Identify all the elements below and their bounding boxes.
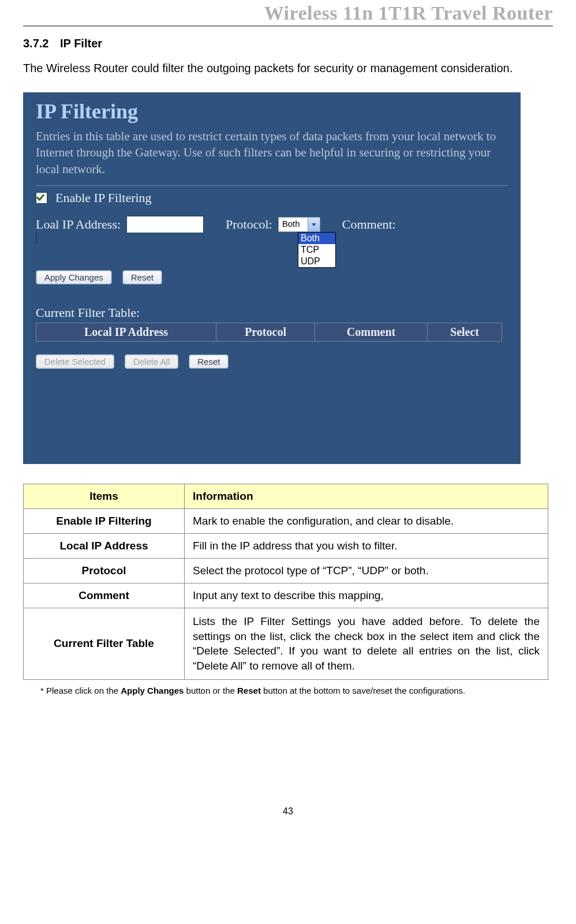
row-item: Local IP Address [24,534,185,559]
running-head: Wireless 11n 1T1R Travel Router [23,0,553,27]
protocol-dropdown-list[interactable]: Both TCP UDP [298,232,336,268]
col-select: Select [428,323,502,342]
col-comment: Comment [315,323,427,342]
comment-label: Comment: [342,217,396,232]
ip-filtering-screenshot: IP Filtering Entries in this table are u… [23,92,521,464]
divider [36,185,508,186]
protocol-option-tcp[interactable]: TCP [298,244,335,256]
footnote-prefix: * Please click on the [40,686,121,695]
comment-input[interactable] [36,233,37,244]
footnote-suffix: button at the bottom to save/reset the c… [261,686,465,695]
row-item: Comment [24,583,185,608]
section-number: 3.7.2 [23,37,48,50]
footnote-mid: button or the [184,686,237,695]
col-local-ip: Local IP Address [36,323,216,342]
row-info: Input any text to describe this mapping, [185,583,548,608]
section-heading: 3.7.2 IP Filter [23,37,553,50]
row-item: Protocol [24,559,185,583]
row-item: Current Filter Table [24,608,185,680]
protocol-selected-value: Both [279,218,308,231]
protocol-select[interactable]: Both [278,217,320,232]
protocol-label: Protocol: [226,217,272,232]
row-info: Select the protocol type of “TCP”, “UDP”… [185,559,548,583]
protocol-option-both[interactable]: Both [298,233,335,244]
protocol-option-udp[interactable]: UDP [298,256,335,267]
row-info: Mark to enable the configuration, and cl… [185,509,548,534]
table-row: Comment Input any text to describe this … [24,583,548,608]
row-info: Lists the IP Filter Settings you have ad… [185,608,548,680]
chevron-down-icon[interactable] [308,218,320,231]
footnote: * Please click on the Apply Changes butt… [40,684,553,697]
footnote-bold-1: Apply Changes [121,686,184,695]
reset-table-button[interactable]: Reset [189,354,229,369]
apply-changes-button[interactable]: Apply Changes [36,270,112,285]
items-info-table: Items Information Enable IP Filtering Ma… [23,484,548,680]
delete-all-button[interactable]: Delete All [125,354,178,369]
table-row: Protocol Select the protocol type of “TC… [24,559,548,583]
current-filter-table: Local IP Address Protocol Comment Select [36,323,502,342]
enable-ip-filtering-label: Enable IP Filtering [55,190,152,205]
table-row: Enable IP Filtering Mark to enable the c… [24,509,548,534]
row-item: Enable IP Filtering [24,509,185,534]
footnote-bold-2: Reset [237,686,261,695]
delete-selected-button[interactable]: Delete Selected [36,354,114,369]
enable-ip-filtering-checkbox[interactable] [36,192,47,204]
section-title: IP Filter [60,37,102,50]
panel-description: Entries in this table are used to restri… [36,128,508,177]
current-filter-table-title: Current Filter Table: [36,305,508,320]
local-ip-label: Loal IP Address: [36,217,121,232]
col-protocol: Protocol [216,323,315,342]
panel-title: IP Filtering [36,99,508,124]
header-items: Items [24,484,185,509]
page-number: 43 [23,806,553,817]
intro-paragraph: The Wireless Router could filter the out… [23,61,553,76]
table-row: Current Filter Table Lists the IP Filter… [24,608,548,680]
row-info: Fill in the IP address that you wish to … [185,534,548,559]
reset-button[interactable]: Reset [122,270,162,285]
header-information: Information [185,484,548,509]
table-row: Local IP Address Fill in the IP address … [24,534,548,559]
local-ip-input[interactable] [126,216,204,233]
